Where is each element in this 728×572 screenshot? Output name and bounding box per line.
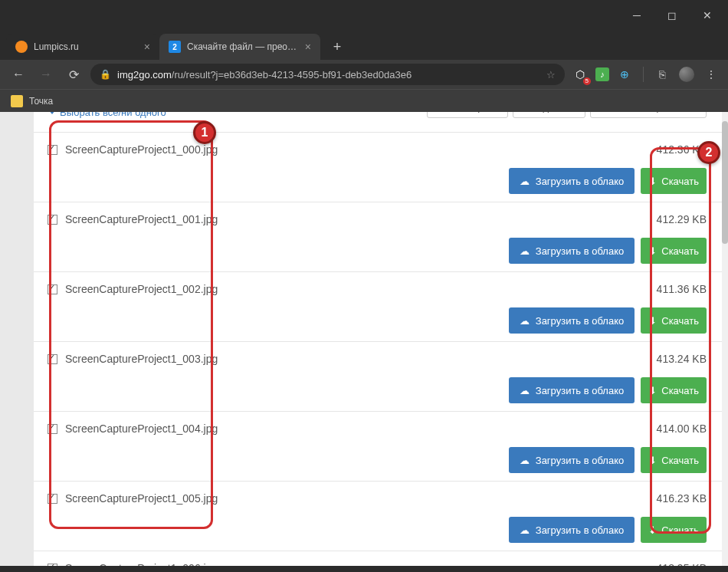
repeat-icon: ↻: [437, 112, 445, 113]
file-size: 411.36 KB: [657, 283, 707, 295]
profile-avatar[interactable]: [677, 65, 696, 84]
divider: [643, 67, 644, 82]
file-row: ScreenCaptureProject1_000.jpg412.36 KB☁З…: [34, 132, 722, 202]
file-checkbox[interactable]: [48, 284, 57, 294]
reading-list-icon[interactable]: ⎘: [653, 65, 671, 84]
file-size: 412.29 KB: [657, 213, 707, 225]
cloud-icon: ☁: [520, 315, 530, 327]
minimize-button[interactable]: ─: [619, 3, 654, 28]
url-text: img2go.com/ru/result?j=eb36d3eb-4213-459…: [117, 69, 540, 81]
file-row: ScreenCaptureProject1_001.jpg412.29 KB☁З…: [34, 202, 722, 271]
address-bar[interactable]: 🔒 img2go.com/ru/result?j=eb36d3eb-4213-4…: [90, 64, 565, 85]
favicon-icon: [15, 41, 28, 53]
file-list: ScreenCaptureProject1_000.jpg412.36 KB☁З…: [34, 132, 722, 566]
new-tab-button[interactable]: +: [326, 36, 348, 58]
repeat-button[interactable]: ↻Повторить: [427, 112, 508, 118]
download-icon: ⬇: [648, 385, 657, 396]
file-checkbox[interactable]: [48, 424, 57, 434]
file-size: 414.00 KB: [657, 422, 707, 435]
tab-title: Скачайте файл — преобразова...: [187, 41, 299, 52]
window-titlebar: ─ ◻ ✕: [0, 0, 728, 31]
download-icon: ⬇: [648, 455, 657, 466]
file-name: ScreenCaptureProject1_002.jpg: [65, 283, 218, 295]
download-button[interactable]: ⬇Скачать: [641, 377, 707, 403]
cloud-icon: ☁: [520, 245, 530, 257]
download-button[interactable]: ⬇Скачать: [641, 238, 707, 264]
upload-cloud-button[interactable]: ☁Загрузить в облако: [509, 447, 635, 473]
file-name: ScreenCaptureProject1_003.jpg: [65, 353, 218, 365]
select-all-label: Выбрать все/ни одного: [60, 112, 166, 118]
scrollbar-thumb[interactable]: [722, 121, 728, 244]
maximize-button[interactable]: ◻: [654, 3, 690, 28]
trash-icon: 🗑: [523, 112, 533, 113]
tab-lumpics[interactable]: Lumpics.ru ×: [6, 34, 159, 60]
cloud-icon: ☁: [520, 524, 530, 536]
back-button[interactable]: ←: [8, 64, 29, 85]
cloud-icon: ☁: [520, 385, 530, 396]
file-checkbox[interactable]: [48, 215, 57, 225]
page-content: Выбрать все/ни одного ↻Повторить 🗑Удалит…: [34, 112, 722, 566]
file-checkbox[interactable]: [48, 564, 57, 567]
upload-cloud-button[interactable]: ☁Загрузить в облако: [509, 377, 635, 403]
file-size: 412.36 KB: [657, 143, 707, 156]
file-size: 418.95 KB: [657, 562, 707, 566]
close-icon[interactable]: ×: [144, 41, 150, 53]
upload-cloud-button[interactable]: ☁Загрузить в облако: [509, 238, 635, 264]
download-button[interactable]: ⬇Скачать: [641, 307, 707, 334]
upload-cloud-button[interactable]: ☁Загрузить в облако: [509, 307, 635, 334]
menu-button[interactable]: ⋮: [702, 65, 720, 84]
file-name: ScreenCaptureProject1_000.jpg: [65, 143, 218, 156]
star-icon[interactable]: ☆: [546, 69, 556, 81]
download-icon: ⬇: [600, 112, 608, 113]
upload-cloud-button[interactable]: ☁Загрузить в облако: [509, 168, 635, 194]
cloud-icon: ☁: [520, 455, 530, 466]
download-button[interactable]: ⬇Скачать: [641, 168, 707, 194]
delete-button[interactable]: 🗑Удалить: [513, 112, 585, 118]
download-button[interactable]: ⬇Скачать: [641, 447, 707, 473]
file-checkbox[interactable]: [48, 354, 57, 364]
bookmarks-bar: Точка: [0, 89, 728, 112]
file-name: ScreenCaptureProject1_005.jpg: [65, 492, 218, 505]
file-name: ScreenCaptureProject1_006.jpg: [65, 562, 218, 566]
download-zip-button[interactable]: ⬇Скачать файл ZIP: [590, 112, 707, 118]
lock-icon: 🔒: [100, 69, 111, 80]
favicon-icon: 2: [169, 41, 181, 53]
file-row: ScreenCaptureProject1_004.jpg414.00 KB☁З…: [34, 411, 722, 481]
file-row: ScreenCaptureProject1_002.jpg411.36 KB☁З…: [34, 271, 722, 341]
tab-title: Lumpics.ru: [34, 41, 138, 52]
page-gutter: [0, 112, 34, 566]
select-all-toggle[interactable]: Выбрать все/ни одного: [49, 112, 166, 118]
forward-button[interactable]: →: [35, 64, 57, 85]
close-icon[interactable]: ×: [305, 41, 311, 53]
extension-icon[interactable]: ⬡5: [571, 65, 589, 84]
reload-button[interactable]: ⟳: [63, 64, 84, 85]
tab-img2go[interactable]: 2 Скачайте файл — преобразова... ×: [159, 34, 320, 60]
download-button[interactable]: ⬇Скачать: [641, 517, 707, 543]
file-row: ScreenCaptureProject1_006.jpg418.95 KB☁З…: [34, 551, 722, 566]
upload-cloud-button[interactable]: ☁Загрузить в облако: [509, 517, 635, 543]
file-name: ScreenCaptureProject1_001.jpg: [65, 213, 218, 225]
extension-music-icon[interactable]: ♪: [595, 67, 609, 81]
browser-toolbar: ← → ⟳ 🔒 img2go.com/ru/result?j=eb36d3eb-…: [0, 60, 728, 89]
file-name: ScreenCaptureProject1_004.jpg: [65, 422, 218, 435]
caret-down-icon: [49, 112, 55, 114]
download-icon: ⬇: [648, 245, 657, 257]
file-checkbox[interactable]: [48, 145, 57, 155]
extension-globe-icon[interactable]: ⊕: [615, 65, 634, 84]
list-header: Выбрать все/ни одного ↻Повторить 🗑Удалит…: [34, 112, 722, 120]
bookmark-item[interactable]: Точка: [29, 96, 53, 107]
download-icon: ⬇: [648, 315, 657, 327]
file-row: ScreenCaptureProject1_003.jpg413.24 KB☁З…: [34, 341, 722, 411]
folder-icon: [11, 95, 23, 107]
file-size: 416.23 KB: [657, 492, 707, 505]
download-icon: ⬇: [648, 176, 657, 187]
file-checkbox[interactable]: [48, 494, 57, 504]
file-row: ScreenCaptureProject1_005.jpg416.23 KB☁З…: [34, 481, 722, 551]
scrollbar-track[interactable]: [722, 112, 728, 566]
tab-strip: Lumpics.ru × 2 Скачайте файл — преобразо…: [0, 31, 728, 60]
download-icon: ⬇: [648, 524, 657, 536]
close-window-button[interactable]: ✕: [690, 3, 725, 28]
file-size: 413.24 KB: [657, 353, 707, 365]
cloud-icon: ☁: [520, 176, 530, 187]
